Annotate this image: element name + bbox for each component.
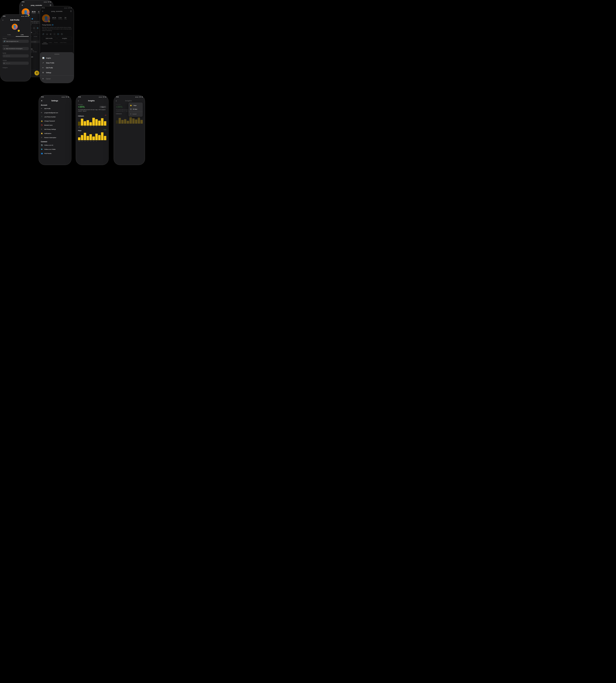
website-value: https://yungssmoke.com [6, 41, 27, 42]
settings-find-friends[interactable]: 👥 Find Friends [39, 151, 71, 155]
bar-item [101, 132, 104, 140]
bar-item [118, 118, 121, 124]
bar-item [95, 119, 98, 126]
twitter-icon[interactable]: 🐦 [37, 27, 39, 29]
chevron-down-icon: ▾ [105, 106, 105, 108]
settings-menu-icon: ⚙ [42, 72, 45, 73]
period-dropdown: 7 days 30 days ✕ Cancel [129, 103, 143, 117]
edit-menu-label: Edit Profile [46, 67, 53, 69]
settings-notifications[interactable]: 🔔 Notifications [39, 131, 71, 135]
menu-overlay: 📊 Insights ↗ Share Profile ✏ Edit Profil… [40, 52, 74, 83]
status-time-insights-dd: 9:41 [116, 96, 119, 97]
edit-avatar-btn[interactable]: ✏ [18, 30, 20, 32]
menu-item-edit[interactable]: ✏ Edit Profile [40, 65, 74, 70]
spotify-input[interactable]: ♫ Add Link [3, 54, 29, 58]
signal-icon-6: ▲▲▲ [135, 96, 138, 97]
dropdown-7days-label: 7 days [133, 105, 137, 106]
tab-private[interactable]: Private [32, 35, 39, 39]
settings-blocked[interactable]: 🚫 Blocked Users [39, 123, 71, 127]
status-icons-insights: ▲▲▲ WiFi ▮ [98, 96, 106, 97]
chart-label-item: 25 [81, 126, 83, 128]
signal-icon-5: ▲▲▲ [98, 96, 102, 97]
battery-icon-4: ▮ [68, 96, 69, 97]
chart-label-item: 30 [95, 126, 98, 128]
settings-edit-profile[interactable]: ✏ Edit Profile [39, 107, 71, 111]
spotify-icon[interactable]: ♫ [33, 27, 35, 29]
radio-30days[interactable] [130, 108, 132, 110]
dropdown-cancel[interactable]: ✕ Cancel [129, 112, 143, 116]
followers-delta: -10 [105, 114, 106, 116]
chart-label-item: 24 Mar [78, 126, 81, 128]
bar-item [140, 120, 143, 124]
settings-close-btn[interactable]: ✕ [41, 100, 43, 102]
settings-email[interactable]: ✉ yungsmoke@gmail.com [39, 111, 71, 115]
period-selector[interactable]: 7 days ▾ [100, 106, 106, 108]
wifi-icon: WiFi [48, 1, 50, 3]
nav-record[interactable]: 🎙 [35, 71, 39, 75]
edit-tab-public[interactable]: Public [3, 33, 16, 37]
settings-dm-privacy[interactable]: ✈ DM Privacy Settings [39, 127, 71, 131]
share-menu-label: Share Profile [46, 62, 54, 64]
send-icon[interactable]: ✈ [22, 4, 23, 6]
insights-header: ‹ Insights [76, 98, 108, 103]
chart-label-item: 26 [84, 141, 86, 141]
settings-phone[interactable]: 📱 Link Phone Number [39, 115, 71, 119]
website-label: Website [3, 38, 29, 39]
bar-item [89, 122, 92, 126]
status-time-insights: 9:41 [78, 96, 81, 97]
phone-settings-icon: 📱 [41, 116, 43, 118]
chart-label-item: 27 [87, 126, 89, 128]
notifications-label: Notifications [44, 133, 51, 134]
status-icons-main: ▲▲▲ WiFi ▮ [44, 1, 51, 3]
menu-item-cancel[interactable]: ✕ Cancel [40, 76, 74, 81]
followers-chart-section: Followers -10 24 Mar252627282930 [76, 114, 108, 129]
dropdown-30days[interactable]: 30 days [129, 107, 143, 111]
find-friends-icon: 👥 [41, 153, 43, 154]
signal-icon-4: ▲▲▲ [62, 96, 65, 97]
dm-privacy-label: DM Privacy Settings [44, 129, 56, 130]
menu-divider [40, 75, 74, 76]
verified-badge: ✓ [31, 18, 33, 20]
overview-label: Overview [78, 104, 106, 105]
youtube-input[interactable]: ▶ Add Link [3, 62, 29, 65]
chart-label-item [101, 141, 104, 141]
settings-follow-twitter[interactable]: 🐦 Follow us on Twitter [39, 147, 71, 151]
bar-item [138, 117, 140, 124]
settings-password[interactable]: 🔒 Change Password [39, 119, 71, 123]
battery-icon-6: ▮ [142, 96, 142, 97]
record-button[interactable]: 🎙 [35, 71, 39, 75]
wifi-icon-4: WiFi [65, 96, 68, 97]
plays-bar-chart [78, 132, 106, 140]
chart-label-item: 29 [92, 141, 95, 141]
spotify-placeholder: Add Link [5, 55, 27, 57]
insights-title-dd: Insights [116, 100, 140, 102]
followers-chart-header: Followers -10 [78, 114, 106, 117]
edit-header: ‹ Edit Profile [1, 18, 31, 22]
signal-icon: ▲▲▲ [44, 1, 47, 3]
edit-tab-links[interactable]: Links [16, 33, 29, 37]
soundcloud-input[interactable]: ☁ https://soundcloud.com/yungsmk [3, 47, 29, 50]
settings-restore[interactable]: ↺ Restore Subscription [39, 135, 71, 140]
menu-item-share[interactable]: ↗ Share Profile [40, 61, 74, 65]
edit-tabs: Public Links [3, 33, 29, 37]
dropdown-7days[interactable]: 7 days [129, 104, 143, 107]
settings-follow-ig[interactable]: 📷 Follow us on IG [39, 143, 71, 147]
settings-menu-label: Settings [46, 72, 51, 73]
cancel-label-dd: Cancel [132, 113, 136, 115]
bar-item [81, 135, 83, 140]
bar-item [116, 120, 118, 124]
bar-item [81, 118, 83, 126]
radio-7days[interactable] [130, 105, 132, 106]
website-input[interactable]: 🔗 https://yungssmoke.com [3, 40, 29, 43]
battery-icon: ▮ [50, 1, 51, 3]
menu-item-settings[interactable]: ⚙ Settings [40, 70, 74, 75]
bar-item [98, 135, 101, 140]
bar-item [95, 134, 98, 140]
youtube-icon-edit: ▶ [4, 63, 5, 64]
chart-label-item [104, 126, 106, 128]
edit-title: Edit Profile [3, 19, 26, 21]
status-time-settings: 9:41 [41, 96, 44, 97]
notifications-icon: 🔔 [41, 132, 43, 134]
bar-item [121, 120, 124, 124]
menu-item-insights[interactable]: 📊 Insights [40, 56, 74, 61]
